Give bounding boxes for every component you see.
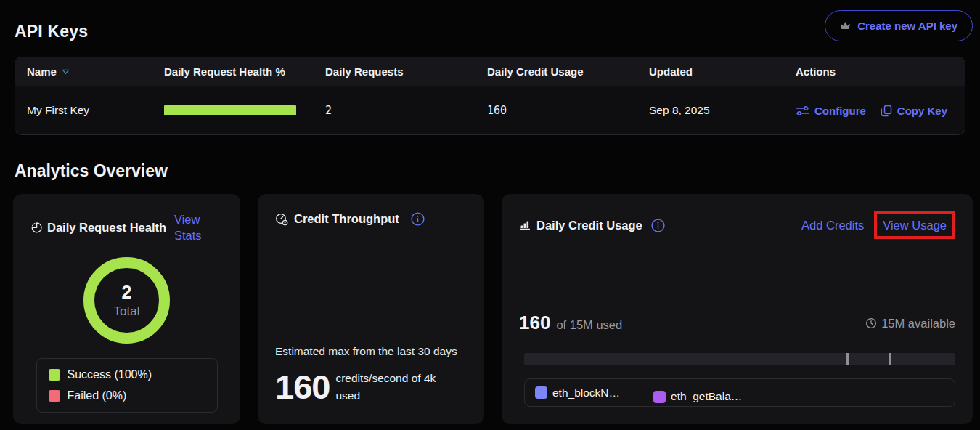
table-row: My First Key 2 160 Sep 8, 2025 Configure: [15, 86, 965, 134]
card-title: Daily Credit Usage: [536, 218, 642, 233]
card-header: Daily Request Health View Stats: [30, 211, 223, 243]
donut-total-label: Total: [114, 304, 140, 319]
column-header-requests: Daily Requests: [314, 65, 475, 78]
legend-item-failed: Failed (0%): [49, 389, 205, 402]
usage-bar-tick: [889, 353, 891, 365]
column-header-credit-usage: Daily Credit Usage: [475, 65, 637, 78]
throughput-value: 160: [275, 367, 330, 407]
block-number-label: eth_blockN…: [552, 386, 620, 399]
add-credits-link[interactable]: Add Credits: [801, 217, 864, 233]
health-bar-cell: [152, 105, 314, 115]
failed-swatch: [49, 390, 60, 402]
daily-request-health-card: Daily Request Health View Stats 2 Total …: [13, 194, 240, 424]
info-icon[interactable]: [411, 212, 425, 226]
credits-used-suffix: of 15M used: [556, 318, 622, 332]
view-stats-link[interactable]: View Stats: [174, 211, 212, 243]
throughput-subtitle: Estimated max from the last 30 days: [275, 345, 467, 358]
success-label: Success (100%): [68, 368, 152, 381]
copy-key-label: Copy Key: [897, 105, 947, 117]
card-title: Daily Request Health: [47, 220, 169, 235]
column-header-actions: Actions: [784, 65, 965, 78]
request-health-donut-chart: 2 Total: [83, 257, 170, 344]
legend-item-success: Success (100%): [49, 368, 205, 381]
throughput-value-row: 160 credits/second of 4k used: [275, 367, 467, 407]
analytics-overview-title: Analytics Overview: [15, 161, 980, 181]
credits-used-value: 160: [519, 312, 550, 334]
info-icon[interactable]: [651, 219, 665, 232]
throughput-unit: credits/second of 4k used: [335, 370, 444, 405]
table-header-row: Name Daily Request Health % Daily Reques…: [15, 57, 965, 86]
key-name-cell: My First Key: [15, 104, 152, 117]
top-bar: API Keys Create new API key: [0, 0, 980, 41]
card-links: Add Credits View Usage: [801, 211, 955, 239]
block-number-swatch: [535, 386, 547, 399]
card-header: Daily Credit Usage Add Credits View Usag…: [519, 211, 955, 239]
credit-throughput-card: Credit Throughput Estimated max from the…: [258, 194, 484, 424]
copy-key-link[interactable]: Copy Key: [881, 105, 947, 117]
card-title: Credit Throughput: [294, 211, 399, 227]
gauge-icon: [275, 213, 288, 226]
get-balance-swatch: [653, 391, 666, 403]
analytics-cards: Daily Request Health View Stats 2 Total …: [0, 181, 980, 424]
credits-available-label: 15M available: [881, 317, 955, 330]
column-header-name-label: Name: [27, 65, 57, 78]
health-bar-fill: [164, 105, 296, 115]
get-balance-label: eth_getBala…: [671, 390, 742, 403]
actions-cell: Configure Copy Key: [784, 105, 965, 117]
success-swatch: [49, 369, 60, 381]
usage-progress-bar: [524, 353, 955, 365]
bar-chart-icon: [519, 219, 531, 231]
api-keys-table: Name Daily Request Health % Daily Reques…: [15, 57, 965, 135]
view-usage-link[interactable]: View Usage: [883, 219, 947, 232]
health-bar-track: [164, 105, 296, 115]
credits-available: 15M available: [865, 317, 955, 330]
page-title: API Keys: [15, 10, 88, 41]
donut-chart-wrap: 2 Total: [30, 257, 223, 344]
column-header-updated: Updated: [637, 65, 784, 78]
create-api-key-label: Create new API key: [857, 20, 957, 32]
legend-item-get-balance: eth_getBala…: [653, 390, 742, 403]
annotation-highlight-box: View Usage: [874, 211, 955, 239]
pie-chart-icon: [30, 222, 42, 233]
card-header: Credit Throughput: [275, 211, 467, 227]
usage-bar-tick: [846, 353, 849, 365]
sort-chevron-icon[interactable]: [62, 69, 70, 75]
column-header-name[interactable]: Name: [15, 65, 152, 78]
create-api-key-button[interactable]: Create new API key: [825, 10, 973, 41]
configure-link[interactable]: Configure: [796, 105, 866, 117]
configure-label: Configure: [814, 105, 866, 117]
crown-icon: [840, 21, 851, 31]
usage-stats-row: 160 of 15M used 15M available: [519, 312, 955, 334]
usage-legend: eth_blockN… eth_getBala…: [524, 378, 955, 407]
clock-icon: [865, 317, 877, 329]
daily-credit-usage-card: Daily Credit Usage Add Credits View Usag…: [502, 194, 973, 424]
daily-requests-cell: 2: [314, 104, 475, 117]
copy-icon: [881, 105, 892, 117]
health-legend: Success (100%) Failed (0%): [36, 358, 218, 413]
legend-item-block-number: eth_blockN…: [535, 386, 620, 399]
daily-credit-usage-cell: 160: [475, 104, 637, 117]
updated-cell: Sep 8, 2025: [637, 104, 784, 117]
column-header-health: Daily Request Health %: [152, 65, 314, 78]
sliders-icon: [796, 105, 809, 116]
failed-label: Failed (0%): [68, 389, 127, 402]
donut-total-value: 2: [122, 282, 132, 303]
